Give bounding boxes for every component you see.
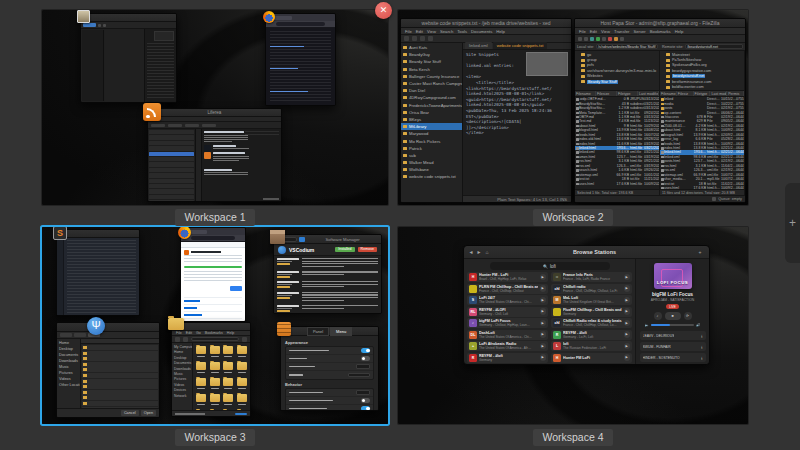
play-icon: ▶ bbox=[624, 354, 631, 361]
folder-icon bbox=[403, 154, 407, 157]
station-row: M MaL LofiThe United Kingdom Of Great Br… bbox=[551, 295, 632, 305]
menu-item: Transfer bbox=[614, 29, 629, 34]
menu-settings-icon bbox=[277, 322, 291, 336]
software-manager-title: Software Manager bbox=[307, 237, 378, 242]
station-logo: S bbox=[469, 296, 477, 304]
volume-high-icon: 🔊 bbox=[696, 323, 701, 327]
station-logo: chl bbox=[553, 285, 561, 293]
webpage-content bbox=[181, 242, 245, 321]
folder-icon bbox=[403, 118, 407, 121]
station-row: S LoFi 24/7The United States Of America … bbox=[467, 295, 548, 305]
station-logo: ♪ bbox=[469, 319, 477, 327]
folder-icon bbox=[403, 82, 407, 85]
folder-grid bbox=[193, 343, 250, 410]
station-row: DL DashLofiThe United States Of America … bbox=[467, 330, 548, 340]
close-workspace-button[interactable]: ✕ bbox=[375, 2, 392, 19]
play-icon: ▶ bbox=[624, 285, 631, 292]
workspace-4-label: Workspace 4 bbox=[533, 429, 612, 446]
toggle-on bbox=[361, 348, 370, 353]
segmented-control bbox=[356, 390, 370, 395]
station-logo: H bbox=[469, 273, 477, 281]
menu-item: Help bbox=[496, 29, 505, 34]
file-open-dialog[interactable]: Ψ HomeDesktopDocumentsDownloadsMusicPict… bbox=[56, 322, 160, 418]
section-behavior: Behavior bbox=[285, 382, 374, 387]
add-workspace-button[interactable]: + bbox=[785, 183, 800, 263]
workspace-1-thumbnail[interactable]: Liferea bbox=[42, 10, 388, 205]
rss-feed-icon bbox=[143, 103, 161, 121]
file-list bbox=[81, 339, 159, 408]
station-row: + LoFi Afrobeats RadioThe United States … bbox=[467, 341, 548, 351]
workspace-3-thumbnail-selected[interactable]: S bbox=[42, 227, 388, 424]
menu-item: Help bbox=[227, 331, 234, 335]
menu-item: Go bbox=[196, 331, 201, 335]
firefox-dark-window[interactable] bbox=[265, 13, 336, 106]
preferences-window[interactable]: Panel Menu Appearance Behavior bbox=[280, 326, 379, 411]
nemo-file-manager-window[interactable]: FileEditGoBookmarksHelp My ComputerHomeD… bbox=[171, 322, 251, 417]
queue-status: Queue: empty bbox=[718, 197, 742, 201]
save-song-icon: ⤓ bbox=[701, 334, 703, 338]
local-site-path: /s/sdrive/websites/Beardy Star Stuff/ bbox=[596, 44, 658, 49]
station-row: PLRN FM Chillhop - Chill Beats an…France… bbox=[467, 284, 548, 294]
station-column-right: :: France Info ParisFrance - Info, LoFi,… bbox=[551, 272, 632, 364]
remote-directory-tree: MainstreetPaTonfsSiteshowSpokesandFolks.… bbox=[660, 51, 745, 90]
play-icon: ▶ bbox=[540, 285, 547, 292]
filezilla-window[interactable]: Host Papa Stor - admin@sftp.graphaeal.or… bbox=[574, 18, 746, 203]
menu-item: File bbox=[176, 331, 182, 335]
sidebar-file-item: MtLibrary bbox=[401, 123, 462, 130]
local-site-label: Local site: bbox=[577, 45, 594, 49]
folder-icon bbox=[403, 46, 407, 49]
tab-linked-xml: linked.xml bbox=[465, 42, 492, 49]
play-icon: ▶ bbox=[624, 274, 631, 281]
player-panel: LOFI FOCUS bigFM LoFi Focus AFROJAM - SA… bbox=[635, 259, 709, 364]
sidebar-file-item: Beardy Star Stuff bbox=[401, 58, 462, 65]
mail-client-window[interactable] bbox=[80, 13, 177, 103]
play-icon: ▶ bbox=[540, 354, 547, 361]
local-file-list: .wdp-OBTF.md…0 B JRUPUS-R…03/13/202… Bea… bbox=[575, 97, 660, 189]
rss-title: Liferea bbox=[148, 109, 281, 117]
headline-list bbox=[202, 129, 281, 201]
page-content bbox=[266, 28, 335, 105]
mail-preview-pane bbox=[145, 29, 176, 102]
station-logo: :: bbox=[553, 273, 561, 281]
mail-folder-pane bbox=[82, 30, 104, 101]
menu-item: Edit bbox=[416, 29, 423, 34]
station-name: bigFM LoFi Focus bbox=[652, 292, 693, 297]
station-browser: 🔍 lofi H Hunter FM - LoFiBrazil - Chill,… bbox=[464, 259, 635, 364]
folder-icon bbox=[403, 147, 407, 150]
software-manager-window[interactable]: Software Manager VSCodium Installed Remo… bbox=[273, 234, 382, 314]
save-song-icon: ⤓ bbox=[701, 356, 703, 360]
sublime-text-window[interactable]: S bbox=[56, 229, 140, 316]
menu-item: File bbox=[579, 29, 586, 34]
local-directory-tree: gogrouppvfsusr/share/server-darveys/m3-m… bbox=[575, 51, 660, 90]
remove-button: Remove bbox=[358, 247, 377, 252]
station-logo: chl bbox=[553, 319, 561, 327]
sidebar-file-item: Wolfsbane bbox=[401, 166, 462, 173]
open-button: Open bbox=[141, 410, 156, 416]
menu-item: Bookmarks bbox=[650, 29, 671, 34]
sidebar-file-item: BKeys bbox=[401, 116, 462, 123]
folder-icon bbox=[403, 111, 407, 114]
close-icon: ✕ bbox=[380, 5, 388, 15]
menu-item: Help bbox=[675, 29, 684, 34]
workspace-2-thumbnail[interactable]: website code snippets.txt - /jeb media d… bbox=[398, 10, 748, 205]
workspace-4-thumbnail[interactable]: ◄ ► ⌂ Browse Stations + 🔍 lofi bbox=[398, 227, 748, 424]
mail-message-list bbox=[105, 29, 145, 102]
station-logo: R bbox=[553, 331, 561, 339]
reviews-list bbox=[274, 256, 381, 313]
text-editor-window[interactable]: website code snippets.txt - /jeb media d… bbox=[400, 18, 572, 203]
firefox-light-window[interactable] bbox=[180, 227, 246, 322]
sidebar-file-item: Dan Diel bbox=[401, 87, 462, 94]
remote-file-list: linked Direct…10/15/2… 0755 media Direct… bbox=[660, 97, 745, 189]
folder-icon bbox=[403, 140, 407, 143]
station-row: chl Chillofi Radio relax & study beatsFr… bbox=[551, 318, 632, 328]
editor-file-sidebar: Aunt Kats BeardyGuy Beardy Star Stuff bbox=[401, 43, 463, 202]
radio-app-window[interactable]: ◄ ► ⌂ Browse Stations + 🔍 lofi bbox=[463, 245, 710, 365]
sidebar-file-item: Aunt Kats bbox=[401, 44, 462, 51]
place-item: Documents bbox=[172, 360, 192, 365]
folder-icon bbox=[403, 96, 407, 99]
line-numbers bbox=[57, 238, 64, 315]
station-row: H Hunter FM - LoFiBrazil - Chill, HipHop… bbox=[467, 272, 548, 282]
nemo-sidebar: My ComputerHomeDesktopDocumentsDownloads… bbox=[172, 343, 193, 410]
zoom-slider bbox=[235, 413, 247, 415]
rss-reader-window[interactable]: Liferea bbox=[147, 108, 282, 202]
